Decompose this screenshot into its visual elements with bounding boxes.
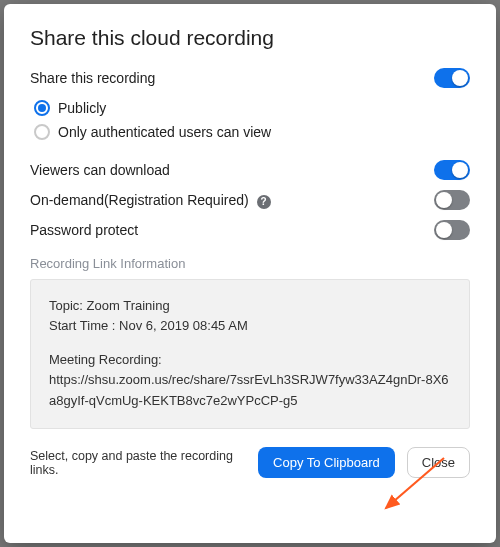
info-topic-label: Topic:: [49, 298, 83, 313]
radio-authenticated[interactable]: Only authenticated users can view: [34, 124, 470, 140]
viewers-download-row: Viewers can download: [30, 160, 470, 180]
radio-publicly-label: Publicly: [58, 100, 106, 116]
password-protect-toggle[interactable]: [434, 220, 470, 240]
password-protect-row: Password protect: [30, 220, 470, 240]
viewers-download-toggle[interactable]: [434, 160, 470, 180]
close-button[interactable]: Close: [407, 447, 470, 478]
info-start-label: Start Time :: [49, 318, 115, 333]
share-recording-modal: Share this cloud recording Share this re…: [4, 4, 496, 543]
share-recording-label: Share this recording: [30, 70, 155, 86]
radio-publicly[interactable]: Publicly: [34, 100, 470, 116]
on-demand-label: On-demand(Registration Required) ?: [30, 192, 271, 209]
share-recording-toggle[interactable]: [434, 68, 470, 88]
on-demand-toggle[interactable]: [434, 190, 470, 210]
link-info-section-label: Recording Link Information: [30, 256, 470, 271]
radio-icon: [34, 124, 50, 140]
share-recording-row: Share this recording: [30, 68, 470, 88]
info-recording-block: Meeting Recording: https://shsu.zoom.us/…: [49, 350, 451, 410]
recording-link-info[interactable]: Topic: Zoom Training Start Time : Nov 6,…: [30, 279, 470, 429]
info-recording-label: Meeting Recording:: [49, 350, 451, 370]
info-topic-block: Topic: Zoom Training Start Time : Nov 6,…: [49, 296, 451, 336]
viewers-download-label: Viewers can download: [30, 162, 170, 178]
copy-to-clipboard-button[interactable]: Copy To Clipboard: [258, 447, 395, 478]
on-demand-row: On-demand(Registration Required) ?: [30, 190, 470, 210]
info-recording-url: https://shsu.zoom.us/rec/share/7ssrEvLh3…: [49, 370, 451, 410]
radio-icon: [34, 100, 50, 116]
help-icon[interactable]: ?: [257, 195, 271, 209]
password-protect-label: Password protect: [30, 222, 138, 238]
info-topic-value: Zoom Training: [87, 298, 170, 313]
modal-footer: Select, copy and paste the recording lin…: [30, 447, 470, 478]
info-start-value: Nov 6, 2019 08:45 AM: [119, 318, 248, 333]
footer-hint: Select, copy and paste the recording lin…: [30, 449, 246, 477]
radio-authenticated-label: Only authenticated users can view: [58, 124, 271, 140]
share-scope-radiogroup: Publicly Only authenticated users can vi…: [34, 100, 470, 148]
modal-title: Share this cloud recording: [30, 26, 470, 50]
